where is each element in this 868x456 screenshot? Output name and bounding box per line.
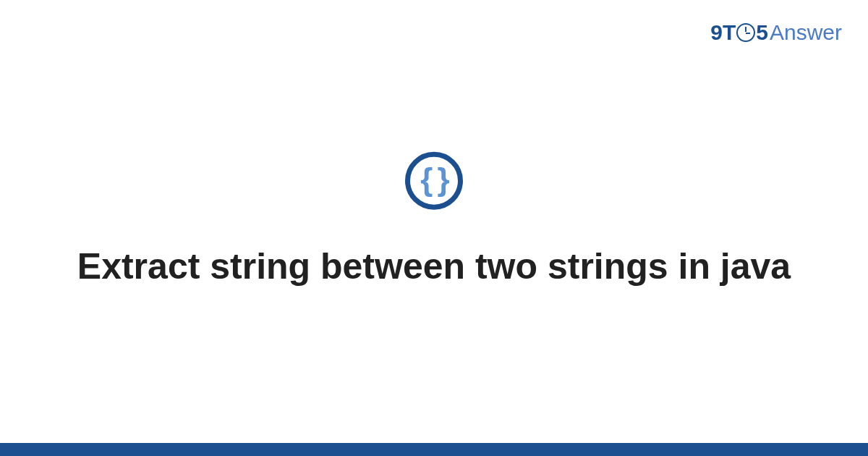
code-braces-icon: { } [405,152,463,210]
footer-accent-bar [0,443,868,456]
site-logo: 9T 5 Answer [710,20,842,45]
main-content: { } Extract string between two strings i… [0,152,868,288]
clock-icon [736,23,755,42]
logo-text-9t: 9T [710,20,736,45]
logo-text-5: 5 [756,20,768,45]
braces-glyph: { } [420,164,447,195]
logo-text-answer: Answer [770,20,842,45]
page-title: Extract string between two strings in ja… [77,245,791,288]
